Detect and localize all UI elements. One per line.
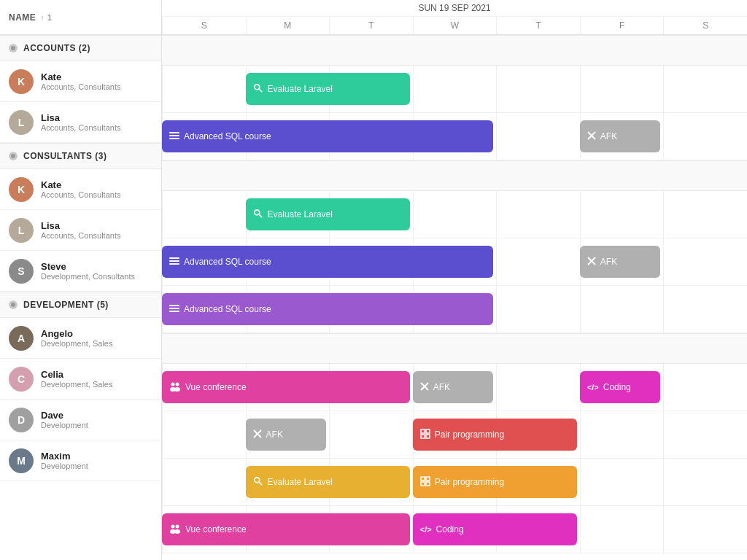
person-row-kate-acc[interactable]: K Kate Accounts, Consultants xyxy=(0,61,161,102)
week-cell[interactable] xyxy=(496,66,580,112)
week-cell[interactable] xyxy=(329,286,413,332)
week-cell[interactable] xyxy=(413,506,497,553)
week-cell[interactable] xyxy=(162,238,246,285)
week-cell[interactable] xyxy=(413,113,497,160)
avatar-maxim: M xyxy=(9,448,34,473)
calendar-row-steve: Advanced SQL course xyxy=(162,286,747,333)
week-cell[interactable] xyxy=(496,191,580,238)
week-cell[interactable] xyxy=(162,506,246,553)
week-cell[interactable] xyxy=(329,506,413,553)
week-cell[interactable] xyxy=(663,286,747,332)
week-cell[interactable] xyxy=(496,364,580,411)
person-info: Kate Accounts, Consultants xyxy=(41,71,120,91)
person-name: Angelo xyxy=(41,328,112,339)
week-cell[interactable] xyxy=(663,411,747,458)
week-label: SUN 19 SEP 2021 xyxy=(162,0,747,17)
week-cell[interactable] xyxy=(580,113,664,160)
week-cell[interactable] xyxy=(580,411,664,458)
week-cell[interactable] xyxy=(413,286,497,332)
week-cell[interactable] xyxy=(162,411,246,458)
group-collapse-icon[interactable] xyxy=(9,44,18,52)
person-info: Kate Accounts, Consultants xyxy=(41,179,120,199)
week-cell[interactable] xyxy=(580,66,664,112)
week-cell[interactable] xyxy=(329,66,413,112)
person-row-steve[interactable]: S Steve Development, Consultants xyxy=(0,251,161,292)
week-cell[interactable] xyxy=(663,459,747,505)
person-name: Kate xyxy=(41,71,120,82)
person-info: Maxim Development xyxy=(41,451,88,470)
week-cell[interactable] xyxy=(246,191,330,238)
week-cell[interactable] xyxy=(496,238,580,285)
calendar-row-lisa-acc: Advanced SQL course AFK xyxy=(162,113,747,160)
avatar-lisa-acc: L xyxy=(9,110,34,135)
group-header-development[interactable]: DEVELOPMENT (5) xyxy=(0,292,161,318)
person-info: Celia Development, Sales xyxy=(41,369,112,389)
group-header-accounts[interactable]: ACCOUNTS (2) xyxy=(0,35,161,61)
week-cell[interactable] xyxy=(246,113,330,160)
person-tags: Development, Consultants xyxy=(41,272,135,281)
week-cell[interactable] xyxy=(162,191,246,238)
group-collapse-icon[interactable] xyxy=(9,152,18,160)
week-cell[interactable] xyxy=(663,66,747,112)
group-spacer-consultants xyxy=(162,160,747,191)
group-collapse-icon[interactable] xyxy=(9,300,18,309)
week-cell[interactable] xyxy=(413,191,497,238)
week-cell[interactable] xyxy=(496,411,580,458)
week-cell[interactable] xyxy=(663,191,747,238)
week-cell[interactable] xyxy=(246,411,330,458)
week-cell[interactable] xyxy=(496,459,580,505)
week-cell[interactable] xyxy=(663,113,747,160)
week-cell[interactable] xyxy=(329,113,413,160)
week-cell[interactable] xyxy=(496,113,580,160)
week-cell[interactable] xyxy=(329,191,413,238)
week-cell[interactable] xyxy=(246,459,330,505)
week-cell[interactable] xyxy=(496,506,580,553)
week-cell[interactable] xyxy=(663,364,747,411)
person-tags: Development, Sales xyxy=(41,339,112,348)
week-cell[interactable] xyxy=(162,286,246,332)
week-cell[interactable] xyxy=(246,364,330,411)
person-row-kate-con[interactable]: K Kate Accounts, Consultants xyxy=(0,169,161,210)
sort-icon[interactable]: ↑ 1 xyxy=(40,13,52,22)
week-cell[interactable] xyxy=(329,364,413,411)
person-row-angelo[interactable]: A Angelo Development, Sales xyxy=(0,318,161,359)
day-header: S xyxy=(162,17,246,34)
week-cell[interactable] xyxy=(162,66,246,112)
person-row-celia[interactable]: C Celia Development, Sales xyxy=(0,359,161,400)
week-cell[interactable] xyxy=(496,286,580,332)
week-cell[interactable] xyxy=(246,66,330,112)
week-cell[interactable] xyxy=(162,459,246,505)
person-row-maxim[interactable]: M Maxim Development xyxy=(0,440,161,481)
week-cell[interactable] xyxy=(246,238,330,285)
week-cell[interactable] xyxy=(413,66,497,112)
week-cell[interactable] xyxy=(580,364,664,411)
calendar-row-kate-acc: Evaluate Laravel xyxy=(162,66,747,113)
week-cell[interactable] xyxy=(580,286,664,332)
group-header-consultants[interactable]: CONSULTANTS (3) xyxy=(0,143,161,169)
sidebar-header: NAME ↑ 1 xyxy=(0,0,161,35)
person-row-lisa-con[interactable]: L Lisa Accounts, Consultants xyxy=(0,210,161,251)
week-cell[interactable] xyxy=(580,191,664,238)
calendar-header: SUN 19 SEP 2021 SMTWTFS xyxy=(162,0,747,35)
week-cell[interactable] xyxy=(246,506,330,553)
week-cell[interactable] xyxy=(329,459,413,505)
person-row-dave[interactable]: D Dave Development xyxy=(0,400,161,440)
week-cell[interactable] xyxy=(329,411,413,458)
week-cell[interactable] xyxy=(663,506,747,553)
week-cell[interactable] xyxy=(329,238,413,285)
week-cell[interactable] xyxy=(580,506,664,553)
week-cell[interactable] xyxy=(162,364,246,411)
day-headers: SMTWTFS xyxy=(162,17,747,34)
week-cell[interactable] xyxy=(663,238,747,285)
week-cell[interactable] xyxy=(413,411,497,458)
week-cell[interactable] xyxy=(413,459,497,505)
person-row-lisa-acc[interactable]: L Lisa Accounts, Consultants xyxy=(0,102,161,143)
week-cell[interactable] xyxy=(580,459,664,505)
week-cell[interactable] xyxy=(162,113,246,160)
day-header: T xyxy=(329,17,413,34)
person-info: Lisa Accounts, Consultants xyxy=(41,112,120,132)
week-cell[interactable] xyxy=(580,238,664,285)
week-cell[interactable] xyxy=(246,286,330,332)
week-cell[interactable] xyxy=(413,364,497,411)
week-cell[interactable] xyxy=(413,238,497,285)
